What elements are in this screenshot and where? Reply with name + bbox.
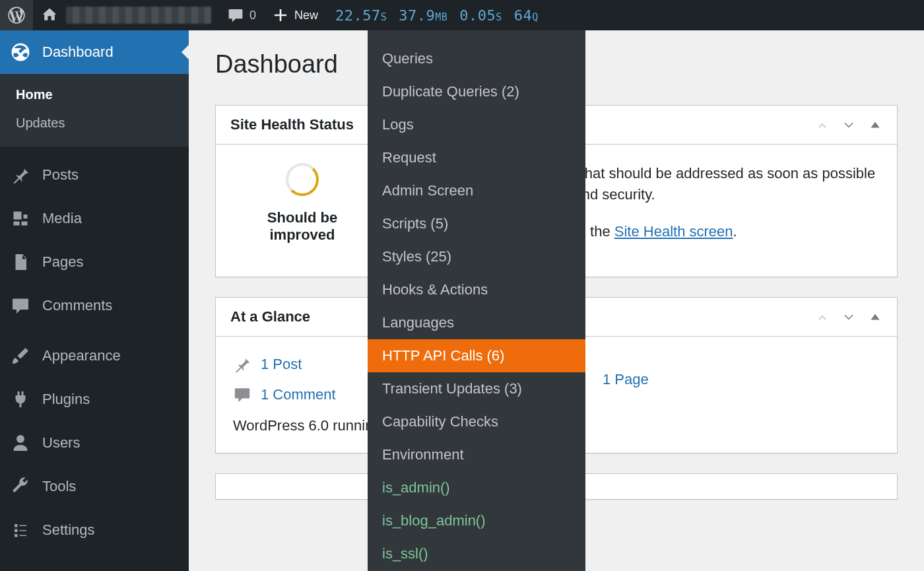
qm-time: 22.57S [335, 7, 387, 24]
qm-item-languages[interactable]: Languages [368, 306, 585, 339]
sidebar-item-settings[interactable]: Settings [0, 508, 189, 552]
qm-item-transient-updates[interactable]: Transient Updates (3) [368, 372, 585, 405]
qm-item-scripts[interactable]: Scripts (5) [368, 207, 585, 240]
pin-icon [233, 355, 251, 374]
sidebar-item-media[interactable]: Media [0, 197, 189, 240]
qm-item-http-api-calls[interactable]: HTTP API Calls (6) [368, 339, 585, 372]
site-health-indicator: Should be improved [233, 163, 372, 244]
qm-item-duplicate-queries[interactable]: Duplicate Queries (2) [368, 75, 585, 108]
sidebar-label: Users [42, 434, 80, 452]
submenu-home[interactable]: Home [0, 81, 189, 109]
dashboard-submenu: Home Updates [0, 74, 189, 147]
qm-item-hooks[interactable]: Hooks & Actions [368, 273, 585, 306]
plus-icon [272, 7, 289, 24]
sidebar-label: Settings [42, 521, 95, 539]
sidebar-item-dashboard[interactable]: Dashboard [0, 30, 189, 74]
admin-sidebar: Dashboard Home Updates Posts Media Pages… [0, 30, 189, 571]
qm-memory: 37.9MB [399, 7, 447, 24]
wrench-icon [11, 477, 30, 496]
qm-item-styles[interactable]: Styles (25) [368, 240, 585, 273]
glance-pages-link[interactable]: 1 Page [603, 355, 649, 404]
wordpress-icon [8, 7, 25, 24]
comment-icon [233, 386, 251, 404]
chevron-down-icon[interactable] [842, 118, 856, 132]
qm-item-environment[interactable]: Environment [368, 438, 585, 471]
chevron-down-icon[interactable] [842, 310, 856, 324]
comment-icon [227, 7, 244, 24]
triangle-up-icon[interactable] [868, 118, 882, 132]
qm-item-logs[interactable]: Logs [368, 108, 585, 141]
chevron-up-icon[interactable] [815, 118, 830, 132]
sidebar-label: Tools [42, 478, 76, 495]
sidebar-label: Plugins [42, 391, 90, 408]
new-label: New [294, 9, 318, 22]
new-content-button[interactable]: New [264, 0, 326, 30]
comment-icon [11, 296, 30, 316]
site-home-button[interactable] [33, 0, 219, 30]
home-icon [41, 7, 58, 24]
sidebar-item-posts[interactable]: Posts [0, 153, 189, 197]
plug-icon [11, 389, 30, 409]
sidebar-label: Comments [42, 297, 112, 314]
site-health-link[interactable]: Site Health screen [614, 223, 733, 240]
metabox-controls [815, 118, 882, 132]
qm-item-is-ssl[interactable]: is_ssl() [368, 537, 585, 570]
comment-count: 0 [249, 9, 256, 22]
metabox-controls [815, 310, 882, 324]
progress-ring-icon [286, 163, 319, 196]
at-a-glance-heading: At a Glance [230, 308, 310, 325]
sidebar-item-comments[interactable]: Comments [0, 284, 189, 327]
pin-icon [11, 165, 30, 185]
qm-item-admin-screen[interactable]: Admin Screen [368, 174, 585, 207]
qm-item-queries[interactable]: Queries [368, 42, 585, 75]
site-health-status-label: Should be improved [233, 209, 372, 244]
sidebar-item-tools[interactable]: Tools [0, 465, 189, 508]
qm-queries: 64Q [514, 7, 539, 24]
sidebar-label: Appearance [42, 347, 121, 364]
dashboard-icon [11, 42, 30, 62]
qm-item-is-blog-admin[interactable]: is_blog_admin() [368, 504, 585, 537]
wp-logo-button[interactable] [0, 0, 33, 30]
sidebar-item-plugins[interactable]: Plugins [0, 378, 189, 421]
submenu-updates[interactable]: Updates [0, 109, 189, 137]
site-name-redacted [66, 7, 211, 24]
query-monitor-stats[interactable]: 22.57S 37.9MB 0.05S 64Q [335, 7, 539, 24]
sidebar-item-appearance[interactable]: Appearance [0, 334, 189, 378]
site-health-heading: Site Health Status [230, 116, 354, 133]
comments-button[interactable]: 0 [219, 0, 264, 30]
sidebar-label: Dashboard [42, 44, 114, 61]
sidebar-item-pages[interactable]: Pages [0, 240, 189, 284]
query-monitor-dropdown: Queries Duplicate Queries (2) Logs Reque… [368, 30, 585, 571]
qm-item-request[interactable]: Request [368, 141, 585, 174]
sidebar-item-users[interactable]: Users [0, 421, 189, 465]
admin-bar: 0 New 22.57S 37.9MB 0.05S 64Q [0, 0, 924, 30]
sidebar-label: Media [42, 210, 82, 227]
page-icon [11, 252, 30, 272]
chevron-up-icon[interactable] [815, 310, 830, 324]
qm-item-capability-checks[interactable]: Capability Checks [368, 405, 585, 438]
sidebar-label: Pages [42, 253, 83, 271]
user-icon [11, 433, 30, 453]
brush-icon [11, 346, 30, 366]
qm-item-is-admin[interactable]: is_admin() [368, 471, 585, 504]
qm-dbtime: 0.05S [459, 7, 502, 24]
media-icon [11, 209, 30, 228]
triangle-up-icon[interactable] [868, 310, 882, 324]
sidebar-label: Posts [42, 166, 79, 184]
settings-icon [11, 520, 30, 540]
